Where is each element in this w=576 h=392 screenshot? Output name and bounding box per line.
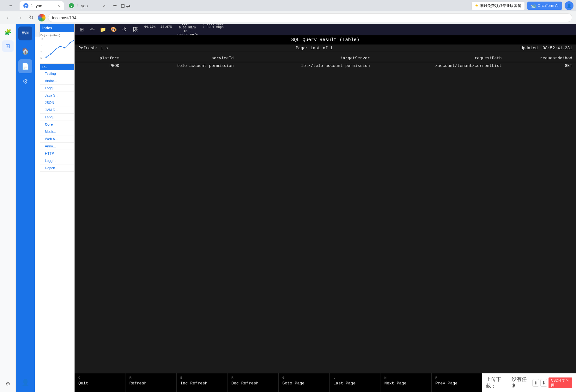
cell-serviceId: tele-account-permission — [123, 62, 238, 70]
term-clock-btn[interactable]: ⏱ — [120, 25, 129, 34]
address-text: localhost/134... — [52, 15, 80, 20]
app-home-btn[interactable]: 🏠 — [18, 44, 32, 58]
blog-sidebar-item-android[interactable]: Andro... — [40, 77, 74, 85]
tab1-favicon: y — [23, 3, 28, 8]
action-refresh[interactable]: R Refresh — [125, 373, 176, 392]
sql-table: platform serviceId targetServer requestP… — [75, 55, 576, 69]
action-prev-page[interactable]: P Prev Page — [432, 373, 482, 392]
blog-sidebar-item-http[interactable]: HTTP — [40, 150, 74, 157]
next-page-key: N — [384, 376, 427, 380]
browser-tab-1[interactable]: y 1 yao × — [20, 1, 64, 10]
term-color-btn[interactable]: 🎨 — [109, 25, 118, 34]
goto-label: Goto Page — [282, 381, 325, 386]
inc-refresh-label: Inc Refresh — [180, 381, 223, 386]
app-logo: MVN — [18, 27, 32, 40]
net-down-value: ↓ 0.01 Mbps — [203, 26, 224, 29]
term-folder-btn[interactable]: 📁 — [99, 25, 107, 34]
free-pro-button[interactable]: ★ 限时免费领取专业版套餐 — [471, 2, 525, 10]
blog-sidebar-item-depend[interactable]: Depen... — [40, 164, 74, 172]
quit-label: Quit — [78, 381, 121, 386]
svg-point-8 — [59, 46, 61, 47]
blog-sidebar-items: Testing Andro... Loggi... Java S... JSON… — [40, 70, 74, 392]
blog-sidebar-item-java[interactable]: Java S... — [40, 92, 74, 99]
blog-sidebar-item-testing[interactable]: Testing — [40, 70, 74, 77]
col-requestMethod: requestMethod — [506, 55, 576, 62]
action-inc-refresh[interactable]: E Inc Refresh — [177, 373, 227, 392]
blog-sidebar-item-anno[interactable]: Anno... — [40, 143, 74, 150]
tab1-label: yao — [36, 3, 42, 8]
csdn-badge: CSDN 学习网 — [549, 377, 572, 388]
download-icon-btn[interactable]: ⬇ — [540, 379, 547, 387]
col-targetServer: targetServer — [237, 55, 373, 62]
last-page-label: Last Page — [333, 381, 376, 386]
svg-point-10 — [69, 43, 70, 44]
back-button[interactable]: ← — [4, 13, 13, 22]
sql-refresh-info: Refresh: 1 s — [78, 46, 108, 50]
tab2-label: yao — [81, 3, 88, 8]
quit-key: Q — [78, 376, 121, 380]
blog-sidebar-item-mock[interactable]: Mock... — [40, 128, 74, 135]
action-last-page[interactable]: L Last Page — [330, 373, 380, 392]
blog-sidebar-item-logging1[interactable]: Loggi... — [40, 85, 74, 92]
tab-rearrange-button[interactable]: ⇌ — [126, 3, 130, 9]
sidebar-grid-btn[interactable]: ⊞ — [2, 40, 14, 52]
browser-toolbar: ← → ↻ localhost/134... — [0, 11, 576, 24]
mem-value: 24.67% — [161, 25, 172, 29]
address-bar[interactable]: localhost/134... — [48, 13, 572, 22]
svg-point-9 — [64, 47, 65, 49]
tab1-close[interactable]: × — [58, 3, 60, 8]
upload-icon-btn[interactable]: ⬆ — [532, 379, 539, 387]
browser-tabbar: ⬅ y 1 yao × y 2 yao × + ⊟ ⇌ ★ 限时免费领取专业版套… — [0, 0, 576, 11]
profile-button[interactable]: 👤 — [565, 1, 573, 10]
blog-sidebar-chart: Projects (millions) 10 7 4 1 — [40, 32, 74, 64]
app-sidebar: MVN 🏠 📄 ⚙ 👤 — [16, 24, 35, 392]
sql-meta-bar: Refresh: 1 s Page: Last of 1 Updated: 08… — [75, 45, 576, 52]
action-quit[interactable]: Q Quit — [75, 373, 125, 392]
action-dec-refresh[interactable]: R Dec Refresh — [227, 373, 278, 392]
orcaterm-label: OrcaTerm AI — [537, 3, 559, 8]
sql-updated-info: Updated: 08:52:41.231 — [520, 46, 572, 50]
app-user-btn[interactable]: 👤 — [18, 376, 32, 389]
svg-text:1: 1 — [40, 57, 42, 59]
browser-tab-2[interactable]: y 2 yao × — [65, 1, 109, 10]
term-edit-btn[interactable]: ✏ — [88, 25, 97, 34]
blog-sidebar-item-core[interactable]: Core — [40, 121, 74, 128]
app-settings-btn[interactable]: ⚙ — [18, 74, 32, 88]
blog-sidebar-item-json[interactable]: JSON — [40, 99, 74, 106]
svg-text:Projects (millions): Projects (millions) — [40, 34, 60, 37]
goto-key: G — [282, 376, 325, 380]
prev-page-label: Prev Page — [435, 381, 478, 386]
free-pro-label: 限时免费领取专业版套餐 — [480, 3, 521, 9]
app-articles-btn[interactable]: 📄 — [18, 59, 32, 73]
terminal-area: ⊞ ✏ 📁 🎨 ⏱ 🖼 CPU 44.10% MEM 24.67% — [75, 24, 576, 392]
add-tab-button[interactable]: + — [111, 2, 119, 9]
blog-sidebar-item-jvm[interactable]: JVM D... — [40, 106, 74, 114]
blog-sidebar-item-web[interactable]: Web A... — [40, 135, 74, 143]
reload-button[interactable]: ↻ — [27, 13, 35, 22]
terminal-toolbar: ⊞ ✏ 📁 🎨 ⏱ 🖼 CPU 44.10% MEM 24.67% — [75, 24, 576, 35]
upload-label: 上传下载： — [486, 376, 509, 389]
blog-sidebar-item-lang[interactable]: Langu... — [40, 114, 74, 121]
tab2-close[interactable]: × — [103, 3, 106, 8]
tab-layout-button[interactable]: ⊟ — [121, 3, 125, 9]
forward-button[interactable]: → — [15, 13, 24, 22]
svg-point-7 — [55, 49, 56, 50]
sidebar-extensions-btn[interactable]: 🧩 — [2, 27, 14, 38]
term-image-btn[interactable]: 🖼 — [131, 25, 140, 34]
inc-refresh-key: E — [180, 376, 223, 380]
prev-page-key: P — [435, 376, 478, 380]
sql-result-panel: SQL Query Result (Table) Refresh: 1 s Pa… — [75, 35, 576, 373]
action-goto[interactable]: G Goto Page — [279, 373, 330, 392]
col-serviceId: serviceId — [123, 55, 238, 62]
term-split-btn[interactable]: ⊞ — [77, 25, 86, 34]
cpu-value: 44.10% — [144, 25, 155, 29]
sidebar-settings-btn[interactable]: ⚙ — [2, 378, 14, 389]
sidebar-collapse-button[interactable]: ‹ — [35, 24, 40, 37]
tab2-favicon: y — [69, 3, 74, 8]
svg-text:10: 10 — [40, 38, 43, 41]
cell-requestPath: /account/tenant/currentList — [374, 62, 506, 70]
sql-page-info: Page: Last of 1 — [296, 46, 333, 50]
blog-sidebar-item-logging2[interactable]: Loggi... — [40, 157, 74, 164]
action-next-page[interactable]: N Next Page — [380, 373, 431, 392]
orcaterm-button[interactable]: 🐋 OrcaTerm AI — [527, 2, 562, 10]
